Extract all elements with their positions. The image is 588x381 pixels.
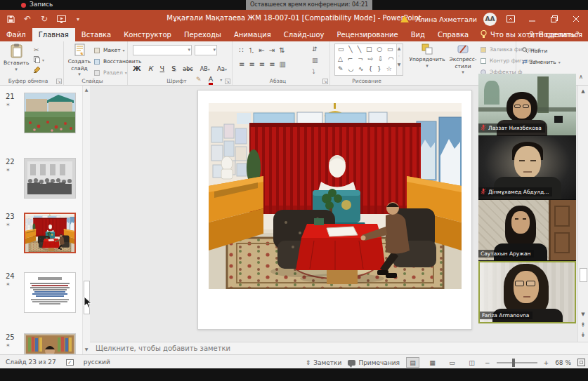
numbering-icon[interactable]: ⒈ [247,46,259,54]
slide-21-thumbnail[interactable] [24,93,76,133]
zoom-out-button[interactable]: − [485,359,490,366]
clipboard-dialog-launcher[interactable]: ↘ [56,79,62,84]
paste-button[interactable]: Вставить ▾ [4,44,29,73]
video-tile-participant-1[interactable]: Лаззат Ниязбекова [478,74,576,135]
slide-photo[interactable] [209,103,462,289]
zoom-slider-thumb[interactable] [512,359,515,367]
zoom-in-button[interactable]: + [544,359,549,366]
slides-group: Создать слайд ▾ Макет▾ Восстановить Разд… [65,41,128,85]
tab-insert[interactable]: Вставка [75,28,117,41]
align-center-icon[interactable]: ≡ [249,60,259,68]
view-normal-button[interactable]: ▤ [406,357,419,368]
strikethrough-button[interactable]: abc [183,66,192,72]
align-right-icon[interactable]: ≡ [259,60,269,68]
account-avatar[interactable]: АА [483,13,497,26]
find-button[interactable]: Найти [522,47,547,55]
underline-button[interactable]: Ч [160,65,165,72]
scroll-thumb[interactable] [580,268,587,282]
fit-to-window-icon[interactable] [577,359,585,366]
slide-thumbnail-panel: 21 ✶ 22 ✶ [0,86,90,354]
share-button[interactable]: Поделиться [528,28,582,41]
paragraph-dialog-launcher[interactable]: ↘ [322,79,328,84]
indent-increase-icon[interactable]: ⇥ [269,46,279,54]
tab-home[interactable]: Главная [32,28,75,41]
minimize-button[interactable] [525,12,540,26]
collapse-ribbon-icon[interactable]: ∧ [579,74,583,80]
justify-icon[interactable]: ≡ [269,60,279,68]
notes-placeholder[interactable]: Щелкните, чтобы добавить заметки [90,342,588,354]
share-label: Поделиться [538,31,582,39]
font-size-combo[interactable]: ▾ [195,45,217,55]
ribbon-display-options-icon[interactable] [503,12,518,26]
scroll-down-icon[interactable]: ▼ [578,312,588,317]
video-tile-participant-4-active-speaker[interactable]: Fariza Armanovna [478,261,576,323]
view-reading-button[interactable]: ▭ [445,357,459,368]
zoom-slider[interactable] [497,362,537,363]
view-slide-sorter-button[interactable]: ▦ [426,357,439,368]
smartart-convert-icon[interactable]: ⤵ [312,68,315,75]
tab-view[interactable]: Вид [405,28,431,41]
columns-icon[interactable]: ▥ [280,60,290,68]
new-slide-button[interactable]: Создать слайд ▾ [67,44,92,78]
video-tile-participant-2[interactable]: Дінмұхамед Абдулд... [478,136,576,199]
slide-25-thumbnail[interactable] [24,333,76,354]
font-name-combo[interactable]: ▾ [133,45,192,55]
indent-decrease-icon[interactable]: ⇤ [259,46,268,54]
slide-scrollbar[interactable]: ▲ ▼ ↟ ↡ [577,86,588,342]
notes-toggle-icon: ⇕ [306,359,311,366]
thumbnail-scrollbar[interactable]: ▲ ▼ [82,86,90,354]
line-spacing-icon[interactable]: ⇅ [279,46,289,54]
next-slide-button[interactable]: ↡ [578,331,588,338]
bullets-icon[interactable]: ∷ [239,46,247,54]
slide-counter: Слайд 23 из 27 [6,359,56,366]
tab-animations[interactable]: Анимация [228,28,277,41]
replace-icon: ⇄ [522,58,528,65]
notes-toggle[interactable]: ⇕Заметки [306,359,342,366]
tab-design[interactable]: Конструктор [117,28,178,41]
video-tile-participant-3[interactable]: Саутахын Аружан [478,200,576,260]
scroll-up-icon[interactable]: ▲ [83,87,90,92]
previous-slide-button[interactable]: ↟ [578,321,588,328]
tab-help[interactable]: Справка [431,28,475,41]
language-status[interactable]: русский [84,359,110,366]
person-icon [528,31,535,39]
font-size-caret-icon: ▾ [213,47,216,53]
slide-24-thumbnail[interactable] [24,272,76,313]
arrange-button[interactable]: Упорядочить ▾ [409,44,445,69]
bold-button[interactable]: Ж [133,65,141,72]
quick-styles-button[interactable]: Экспресс-стили ▾ [447,44,479,76]
shapes-scrollbar[interactable]: ▲ · ▼ [396,44,403,75]
restore-button[interactable] [547,12,562,26]
slide-23-thumbnail-selected[interactable] [24,213,76,253]
slide-22-thumbnail[interactable] [24,158,76,199]
participant-name-badge: Дінмұхамед Абдулд... [478,187,552,196]
text-direction-icon[interactable]: ⇵ [312,46,318,53]
spellcheck-icon[interactable]: ✓ [66,359,74,366]
replace-button[interactable]: ⇄ Заменить ▾ [522,58,561,65]
italic-button[interactable]: К [148,65,153,72]
format-painter-button[interactable] [34,66,41,73]
align-left-icon[interactable]: ≡ [239,60,249,68]
layout-button[interactable]: Макет▾ [94,47,125,53]
align-text-icon[interactable]: ▥ [312,57,318,64]
copy-button[interactable]: ▾ [34,56,44,63]
cut-button[interactable]: ✂ [34,46,39,53]
tab-file[interactable]: Файл [0,28,32,41]
layout-caret-icon: ▾ [123,48,125,53]
scroll-up-icon[interactable]: ▲ [578,88,588,94]
tab-slideshow[interactable]: Слайд-шоу [277,28,331,41]
close-button[interactable] [568,12,584,26]
section-button[interactable]: Раздел▾ [94,69,127,76]
participant-name: Дінмұхамед Абдулд... [488,189,549,195]
scroll-down-icon[interactable]: ▼ [83,347,90,352]
account-name[interactable]: Алина Ахметгали [415,15,477,23]
font-dialog-launcher[interactable]: ↘ [225,79,230,84]
tab-transitions[interactable]: Переходы [178,28,228,41]
tab-review[interactable]: Рецензирование [331,28,405,41]
text-shadow-button[interactable]: S [171,65,176,72]
shapes-gallery[interactable]: ▭ ╲ ╲ □ ○ ▭ △ ⌐ ¬ ⇨ ⇩ ◠ ✎ ◡ ∿ { } ☆ ▲ · … [334,44,403,76]
comments-toggle[interactable]: Примечания [348,359,400,366]
view-slideshow-button[interactable]: ◫ [465,357,478,368]
zoom-level[interactable]: 68 % [555,359,571,366]
slide-number: 23 [6,213,15,220]
